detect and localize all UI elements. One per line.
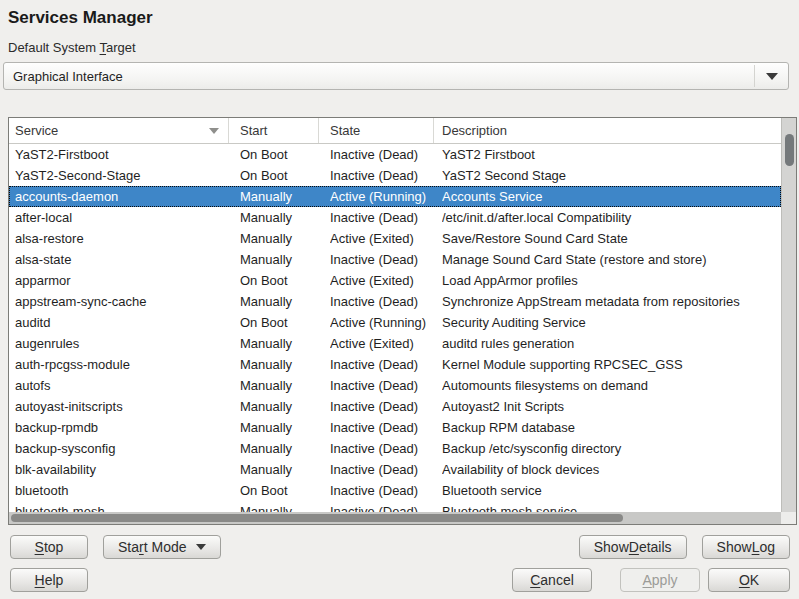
table-row[interactable]: bluetooth-mesh Manually Inactive (Dead) … — [9, 501, 781, 512]
table-row[interactable]: YaST2-Firstboot On Boot Inactive (Dead) … — [9, 144, 781, 165]
button-mnemonic: C — [530, 572, 540, 588]
cell-service: backup-sysconfig — [15, 438, 229, 459]
table-row[interactable]: auth-rpcgss-module Manually Inactive (De… — [9, 354, 781, 375]
column-header-state[interactable]: State — [319, 118, 434, 143]
cell-description: Load AppArmor profiles — [442, 270, 781, 291]
dropdown-arrow-icon — [196, 544, 206, 550]
button-mnemonic: D — [629, 539, 639, 555]
table-row[interactable]: bluetooth On Boot Inactive (Dead) Blueto… — [9, 480, 781, 501]
cell-service: appstream-sync-cache — [15, 291, 229, 312]
cell-service: after-local — [15, 207, 229, 228]
cell-description: Bluetooth service — [442, 480, 781, 501]
table-row[interactable]: augenrules Manually Active (Exited) audi… — [9, 333, 781, 354]
cell-description: Save/Restore Sound Card State — [442, 228, 781, 249]
cell-description: Security Auditing Service — [442, 312, 781, 333]
cell-start: Manually — [240, 333, 322, 354]
cell-start: Manually — [240, 501, 322, 512]
table-row[interactable]: alsa-state Manually Inactive (Dead) Mana… — [9, 249, 781, 270]
button-mnemonic: S — [35, 539, 44, 555]
cell-service: apparmor — [15, 270, 229, 291]
show-log-button[interactable]: Show Log — [702, 535, 790, 559]
action-button-row: Stop Start Mode Show Details Show Log — [0, 535, 799, 559]
button-label: Start Mode — [118, 539, 187, 555]
cell-service: alsa-restore — [15, 228, 229, 249]
column-header-description[interactable]: Description — [434, 118, 781, 143]
cell-start: Manually — [240, 249, 322, 270]
label-text: arget — [106, 40, 136, 55]
cell-description: Autoyast2 Init Scripts — [442, 396, 781, 417]
table-row[interactable]: backup-rpmdb Manually Inactive (Dead) Ba… — [9, 417, 781, 438]
cell-start: On Boot — [240, 312, 322, 333]
cell-description: Kernel Module supporting RPCSEC_GSS — [442, 354, 781, 375]
cell-service: bluetooth — [15, 480, 229, 501]
vertical-scrollbar[interactable] — [781, 118, 796, 512]
table-row[interactable]: YaST2-Second-Stage On Boot Inactive (Dea… — [9, 165, 781, 186]
cell-service: backup-rpmdb — [15, 417, 229, 438]
cell-description: Automounts filesystems on demand — [442, 375, 781, 396]
cell-start: Manually — [240, 186, 322, 207]
cancel-button[interactable]: Cancel — [512, 568, 592, 592]
horizontal-scrollbar-thumb[interactable] — [11, 514, 623, 522]
ok-button[interactable]: OK — [708, 568, 790, 592]
table-row[interactable]: appstream-sync-cache Manually Inactive (… — [9, 291, 781, 312]
stop-button[interactable]: Stop — [10, 535, 88, 559]
cell-state: Inactive (Dead) — [330, 396, 436, 417]
cell-state: Active (Exited) — [330, 333, 436, 354]
button-mnemonic: O — [739, 572, 750, 588]
start-mode-menu-button[interactable]: Start Mode — [103, 535, 221, 559]
cell-description: YaST2 Second Stage — [442, 165, 781, 186]
services-table: Service Start State Description YaST2-Fi… — [8, 117, 797, 525]
table-body: YaST2-Firstboot On Boot Inactive (Dead) … — [9, 144, 781, 512]
table-row[interactable]: autofs Manually Inactive (Dead) Automoun… — [9, 375, 781, 396]
cell-state: Inactive (Dead) — [330, 165, 436, 186]
cell-state: Inactive (Dead) — [330, 438, 436, 459]
cell-state: Inactive (Dead) — [330, 480, 436, 501]
table-row[interactable]: backup-sysconfig Manually Inactive (Dead… — [9, 438, 781, 459]
cell-service: YaST2-Second-Stage — [15, 165, 229, 186]
default-system-target-select[interactable]: Graphical Interface — [3, 62, 789, 90]
cell-start: Manually — [240, 459, 322, 480]
column-header-start[interactable]: Start — [229, 118, 319, 143]
cell-state: Active (Running) — [330, 186, 436, 207]
table-row[interactable]: autoyast-initscripts Manually Inactive (… — [9, 396, 781, 417]
table-row[interactable]: blk-availability Manually Inactive (Dead… — [9, 459, 781, 480]
cell-state: Inactive (Dead) — [330, 354, 436, 375]
cell-start: Manually — [240, 291, 322, 312]
table-header: Service Start State Description — [9, 118, 781, 144]
horizontal-scrollbar[interactable] — [9, 512, 781, 524]
show-details-button[interactable]: Show Details — [579, 535, 687, 559]
table-row[interactable]: alsa-restore Manually Active (Exited) Sa… — [9, 228, 781, 249]
cell-description: Availability of block devices — [442, 459, 781, 480]
cell-start: Manually — [240, 375, 322, 396]
table-row[interactable]: accounts-daemon Manually Active (Running… — [9, 186, 781, 207]
cell-state: Inactive (Dead) — [330, 375, 436, 396]
button-text: top — [44, 539, 63, 555]
cell-service: autoyast-initscripts — [15, 396, 229, 417]
button-text: t Mode — [144, 539, 187, 555]
cell-state: Inactive (Dead) — [330, 459, 436, 480]
cell-service: augenrules — [15, 333, 229, 354]
combo-selected-value: Graphical Interface — [13, 69, 123, 84]
button-mnemonic: A — [642, 572, 651, 588]
button-text: K — [750, 572, 759, 588]
cell-service: auditd — [15, 312, 229, 333]
column-header-service[interactable]: Service — [9, 118, 229, 143]
cell-start: Manually — [240, 228, 322, 249]
column-label: Service — [15, 123, 58, 138]
table-row[interactable]: auditd On Boot Active (Running) Security… — [9, 312, 781, 333]
vertical-scrollbar-thumb[interactable] — [785, 134, 794, 166]
cell-service: auth-rpcgss-module — [15, 354, 229, 375]
help-button[interactable]: Help — [10, 568, 88, 592]
cell-start: On Boot — [240, 144, 322, 165]
button-text: Show — [717, 539, 752, 555]
cell-service: bluetooth-mesh — [15, 501, 229, 512]
default-system-target-label: Default System Target — [8, 40, 136, 55]
apply-button[interactable]: Apply — [620, 568, 700, 592]
button-text: elp — [45, 572, 64, 588]
table-row[interactable]: apparmor On Boot Active (Exited) Load Ap… — [9, 270, 781, 291]
button-text: pply — [652, 572, 678, 588]
table-row[interactable]: after-local Manually Inactive (Dead) /et… — [9, 207, 781, 228]
cell-service: accounts-daemon — [15, 186, 229, 207]
cell-service: YaST2-Firstboot — [15, 144, 229, 165]
cell-service: alsa-state — [15, 249, 229, 270]
